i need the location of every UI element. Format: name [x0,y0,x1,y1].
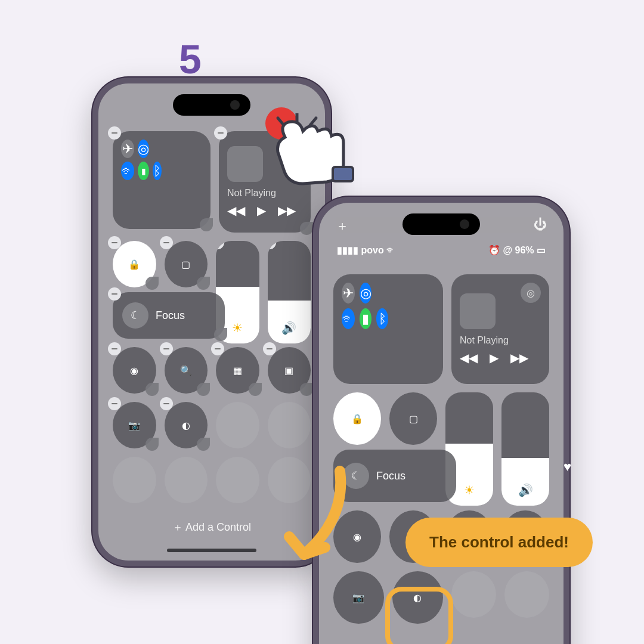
airplane-mode-icon[interactable]: ✈︎ [342,283,355,304]
rewind-icon[interactable]: ◀◀ [227,203,245,218]
magnifier-button[interactable]: 🔍 [165,347,208,394]
focus-button[interactable]: ☾ Focus [333,450,456,502]
orientation-lock-button[interactable]: 🔒 [113,241,156,287]
empty-slot[interactable] [216,402,259,448]
resize-handle-icon[interactable] [300,222,313,235]
empty-slot[interactable] [268,402,311,448]
resize-handle-icon[interactable] [197,438,210,451]
step-number: 5 [179,36,202,82]
wifi-icon[interactable]: ᯤ [342,308,355,329]
empty-slot [504,571,549,618]
volume-icon: 🔊 [268,321,311,335]
battery-label: 96% [515,245,534,255]
remove-badge-icon[interactable] [108,236,121,249]
resize-handle-icon[interactable] [300,383,313,396]
resize-handle-icon[interactable] [197,277,210,290]
airdrop-icon[interactable]: ◎ [138,140,149,158]
screen-record-button[interactable]: ◉ [333,510,381,563]
resize-handle-icon[interactable] [145,277,159,290]
cellular-icon[interactable]: ▮ [360,308,371,329]
remove-badge-icon[interactable] [108,342,121,355]
wifi-status-icon: ᯤ [386,245,396,255]
airplay-icon[interactable]: ◎ [282,140,302,160]
media-playback-tile[interactable]: ◎ Not Playing ◀◀ ▶ ▶▶ [451,274,549,384]
power-icon[interactable]: ⏻ [534,217,547,235]
media-status-label: Not Playing [460,335,509,346]
resize-handle-icon[interactable] [145,438,159,451]
screen-record-button[interactable]: ◉ [113,347,156,394]
forward-icon[interactable]: ▶▶ [510,351,528,365]
carrier-label: povo [361,245,383,255]
highlight-new-control [385,587,453,644]
focus-label: Focus [376,470,405,482]
forward-icon[interactable]: ▶▶ [278,203,296,218]
resize-handle-icon[interactable] [200,218,213,231]
resize-handle-icon[interactable] [197,383,210,396]
orientation-lock-button[interactable]: 🔒 [333,392,381,445]
play-icon[interactable]: ▶ [257,203,266,218]
callout-label: The control added! [405,518,593,567]
camera-button[interactable]: 📷 [113,402,156,448]
remove-badge-icon[interactable] [268,241,276,249]
resize-handle-icon[interactable] [214,328,227,341]
media-status-label: Not Playing [227,188,276,199]
focus-label: Focus [156,309,185,322]
calculator-button[interactable]: ▦ [216,347,259,394]
remove-badge-icon[interactable] [108,287,121,301]
remove-badge-icon[interactable] [216,241,224,249]
status-bar: ▮▮▮▮ povo ᯤ ⏰ @ 96% ▭ [337,244,546,256]
phone-left-edit-mode: ✈︎ ◎ ᯤ ▮ ᛒ ◎ Not Playing [92,78,331,566]
signal-icon: ▮▮▮▮ [337,245,358,255]
empty-slot [451,571,496,618]
moon-icon: ☾ [122,302,148,329]
resize-handle-icon[interactable] [145,383,159,396]
camera-button[interactable]: 📷 [333,571,384,624]
rewind-icon[interactable]: ◀◀ [460,351,478,365]
remove-badge-icon[interactable] [263,342,276,355]
low-power-button[interactable]: ▣ [268,347,311,394]
dynamic-island [173,94,250,116]
add-icon[interactable]: ＋ [336,217,349,235]
cellular-icon[interactable]: ▮ [138,162,149,180]
volume-slider[interactable]: 🔊 [268,241,311,343]
remove-badge-icon[interactable] [108,126,121,140]
heart-icon: ♥ [564,459,571,475]
airplay-icon[interactable]: ◎ [521,283,541,303]
screen-mirroring-button[interactable]: ▢ [389,392,437,445]
phone-right-result: ＋ ⏻ ▮▮▮▮ povo ᯤ ⏰ @ 96% ▭ ✈︎ ◎ ᯤ ▮ [313,197,569,644]
connectivity-group[interactable]: ✈︎ ◎ ᯤ ▮ ᛒ [333,274,443,384]
airplane-mode-icon[interactable]: ✈︎ [121,140,134,158]
moon-icon: ☾ [343,463,369,489]
connectivity-group[interactable]: ✈︎ ◎ ᯤ ▮ ᛒ [113,131,210,229]
media-playback-tile[interactable]: ◎ Not Playing ◀◀ ▶ ▶▶ [219,131,311,233]
empty-slot[interactable] [113,457,156,503]
wifi-icon[interactable]: ᯤ [121,162,134,180]
screen-mirroring-button[interactable]: ▢ [165,241,208,287]
remove-badge-icon[interactable] [160,342,173,355]
empty-slot[interactable] [216,457,259,503]
remove-badge-icon[interactable] [160,236,173,249]
focus-button[interactable]: ☾ Focus [113,292,225,339]
orientation-status-icon: @ [503,245,512,255]
bluetooth-icon[interactable]: ᛒ [376,308,388,329]
album-art-placeholder [227,146,263,182]
remove-badge-icon[interactable] [214,126,227,140]
bluetooth-icon[interactable]: ᛒ [153,162,162,180]
tap-indicator [265,107,298,140]
empty-slot[interactable] [165,457,208,503]
remove-badge-icon[interactable] [211,342,224,355]
play-icon[interactable]: ▶ [490,351,499,365]
empty-slot[interactable] [268,457,311,503]
alarm-icon: ⏰ [488,245,500,255]
home-indicator[interactable] [167,549,256,552]
add-control-button[interactable]: ＋ Add a Control [98,520,325,534]
volume-icon: 🔊 [501,483,549,497]
volume-slider[interactable]: 🔊 [501,392,549,506]
dark-mode-button[interactable]: ◐ [165,402,208,448]
airdrop-icon[interactable]: ◎ [360,283,371,304]
album-art-placeholder [460,293,496,329]
remove-badge-icon[interactable] [108,397,121,410]
resize-handle-icon[interactable] [249,383,262,396]
remove-badge-icon[interactable] [160,397,173,410]
svg-rect-0 [333,167,353,181]
